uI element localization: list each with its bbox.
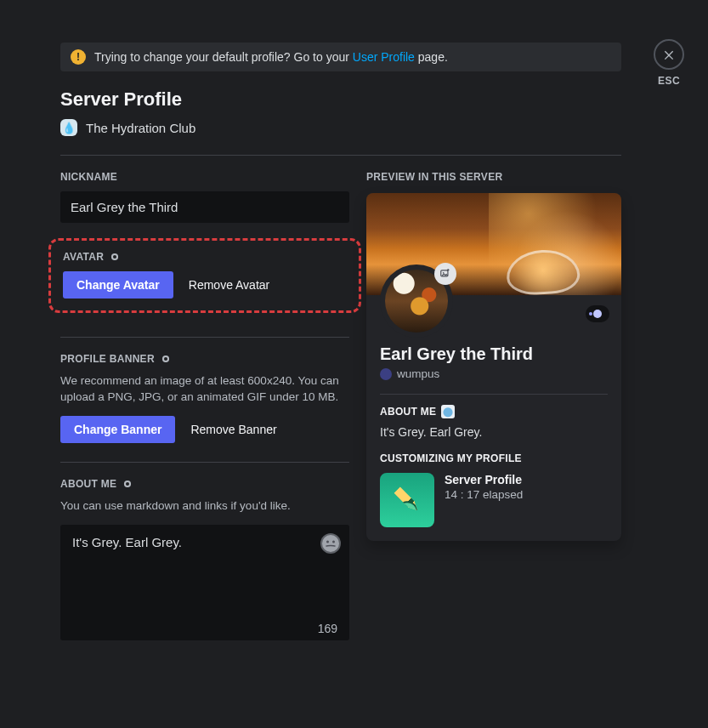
preview-about-label: ABOUT ME xyxy=(380,405,608,418)
info-bar: ! Trying to change your default profile?… xyxy=(60,43,621,71)
nitro-icon xyxy=(109,251,121,263)
server-icon: 💧 xyxy=(60,119,77,136)
emoji-picker-button[interactable] xyxy=(320,533,341,554)
banner-label: PROFILE BANNER xyxy=(60,353,349,365)
svg-point-1 xyxy=(113,255,116,259)
remove-avatar-button[interactable]: Remove Avatar xyxy=(189,278,269,292)
nickname-input[interactable] xyxy=(60,191,349,223)
nickname-label: NICKNAME xyxy=(60,171,349,183)
avatar-section-highlight: AVATAR Change Avatar Remove Avatar xyxy=(48,238,361,313)
info-text-post: page. xyxy=(418,50,448,64)
edit-avatar-button[interactable] xyxy=(434,263,456,285)
activity-title: Server Profile xyxy=(445,473,523,486)
preview-display-name: Earl Grey the Third xyxy=(380,344,608,364)
warning-icon: ! xyxy=(71,49,86,65)
divider xyxy=(380,394,608,395)
avatar-label: AVATAR xyxy=(63,251,347,263)
svg-point-6 xyxy=(322,535,339,552)
server-name: The Hydration Club xyxy=(86,121,195,135)
change-avatar-button[interactable]: Change Avatar xyxy=(63,271,173,299)
user-profile-link[interactable]: User Profile xyxy=(353,50,415,64)
preview-label: PREVIEW IN THIS SERVER xyxy=(366,171,621,183)
svg-point-5 xyxy=(126,482,129,486)
divider xyxy=(60,337,349,338)
emoji-icon xyxy=(320,533,341,554)
svg-point-3 xyxy=(164,357,167,361)
bot-icon xyxy=(380,368,392,380)
activity-time: 14 : 17 elapsed xyxy=(445,488,523,501)
close-button[interactable] xyxy=(654,39,684,70)
activity-icon xyxy=(380,473,434,527)
image-plus-icon xyxy=(439,268,451,280)
close-icon xyxy=(662,48,676,61)
info-text-pre: Trying to change your default profile? G… xyxy=(94,50,353,64)
about-label: ABOUT ME xyxy=(60,478,349,490)
pencil-icon xyxy=(387,480,428,520)
preview-activity-label: CUSTOMIZING MY PROFILE xyxy=(380,452,608,464)
char-remaining: 169 xyxy=(318,622,337,635)
nitro-icon xyxy=(122,478,133,490)
esc-label: ESC xyxy=(654,75,684,87)
nitro-icon xyxy=(160,353,172,365)
preview-about-value: It's Grey. Earl Grey. xyxy=(380,425,608,439)
about-me-input[interactable] xyxy=(60,525,349,640)
about-hint: You can use markdown and links if you'd … xyxy=(60,498,349,515)
wave-icon xyxy=(441,405,455,418)
page-title: Server Profile xyxy=(60,88,621,111)
divider xyxy=(60,155,621,156)
profile-preview-card: Earl Grey the Third wumpus ABOUT ME It's… xyxy=(366,193,621,541)
banner-hint: We recommend an image of at least 600x24… xyxy=(60,373,349,406)
svg-point-8 xyxy=(332,540,335,543)
svg-point-7 xyxy=(326,540,329,543)
change-banner-button[interactable]: Change Banner xyxy=(60,416,175,443)
remove-banner-button[interactable]: Remove Banner xyxy=(190,423,276,436)
divider xyxy=(60,462,349,463)
nitro-badge-icon xyxy=(586,305,609,322)
preview-handle: wumpus xyxy=(397,367,439,380)
